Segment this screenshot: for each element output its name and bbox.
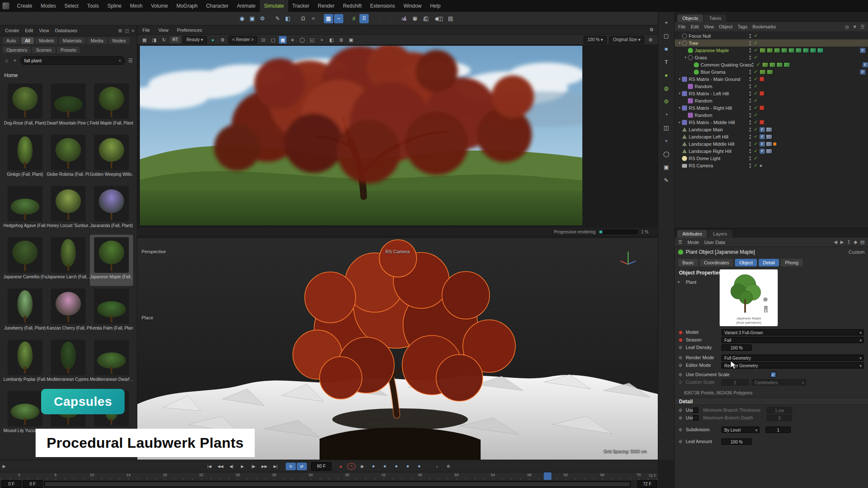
attr-tab-coordinates[interactable]: Coordinates — [700, 259, 733, 266]
filter-tab-auto[interactable]: Auto — [3, 37, 20, 44]
layout-quad-icon[interactable]: ⊞ — [410, 14, 420, 23]
viewport-menu-preferences[interactable]: Preferences — [177, 28, 202, 33]
redshift-object-tag-icon[interactable] — [760, 120, 764, 125]
menu-simulate[interactable]: Simulate — [260, 0, 288, 12]
ab-compare-icon[interactable]: ◧ — [328, 36, 335, 44]
rt-button[interactable]: RT — [170, 36, 181, 43]
browser-menu-edit[interactable]: Edit — [22, 26, 36, 35]
asset-dog-rose-fall-plan[interactable]: Dog-Rose (Fall, Plant) — [3, 81, 47, 132]
asset-globe-robinia-fall[interactable]: Globe Robinia (Fall, Pl... — [47, 132, 90, 183]
material-tag-icon[interactable] — [776, 62, 783, 67]
visibility-dots[interactable] — [749, 128, 751, 132]
menu-select[interactable]: Select — [60, 0, 83, 12]
menu-character[interactable]: Character — [202, 0, 233, 12]
panel-view-icon[interactable]: ◫ — [125, 28, 129, 33]
enabled-check-icon[interactable]: ✓ — [753, 119, 758, 125]
display-tag-icon[interactable] — [773, 142, 776, 146]
visibility-dots[interactable] — [749, 77, 751, 81]
tab-takes[interactable]: Takes — [704, 14, 726, 22]
material-tag-icon[interactable] — [766, 134, 772, 139]
ipr-settings-icon[interactable]: ⚙ — [219, 36, 226, 44]
render-picture-viewer-icon[interactable]: ▣ — [248, 14, 257, 23]
leaf-density-field[interactable]: 100 % — [721, 344, 752, 351]
material-tag-icon[interactable] — [766, 141, 772, 147]
asset-ginkgo-fall-plant[interactable]: Ginkgo (Fall, Plant) — [3, 132, 47, 183]
material-tag-icon[interactable] — [810, 48, 816, 53]
filter-tab-media[interactable]: Media — [87, 37, 107, 44]
key-parameter-icon[interactable]: ◆ — [403, 463, 413, 470]
visibility-dots[interactable] — [749, 34, 751, 38]
om-menu-object[interactable]: Object — [719, 24, 732, 29]
perspective-viewport[interactable]: Perspective RS Camera Place Grid Spacing… — [137, 238, 658, 460]
enabled-check-icon[interactable]: ✓ — [753, 47, 758, 53]
camera-target-icon[interactable]: + — [760, 163, 762, 168]
phong-tag-icon[interactable]: F — [862, 62, 868, 67]
asset-dwarf-mountain-pine[interactable]: Dwarf Mountain Pine (... — [47, 81, 90, 132]
goto-end-icon[interactable]: ▶| — [270, 463, 281, 470]
attr-tab-phong[interactable]: Phong — [781, 259, 803, 266]
grid-toggle-icon[interactable]: ▦ — [279, 36, 287, 44]
material-tag-icon[interactable] — [767, 69, 773, 75]
navigate-icon[interactable]: + — [661, 18, 672, 28]
range-start2-field[interactable]: 0 F — [23, 480, 42, 488]
primitive-cube-icon[interactable]: ◧ — [283, 14, 292, 23]
object-row-japanese-maple[interactable]: Japanese Maple✓F — [675, 47, 868, 54]
object-row-random[interactable]: Random✓ — [675, 83, 868, 90]
asset-japanese-larch-fall[interactable]: Japanese Larch (Fall, ... — [47, 235, 90, 286]
om-menu-tags[interactable]: Tags — [737, 24, 747, 29]
custom-scale-unit-dropdown[interactable]: Centimeters▾ — [752, 379, 806, 385]
object-row-tree[interactable]: ▾Tree✓ — [675, 39, 868, 47]
object-row-focus-null[interactable]: Focus Null✓ — [675, 32, 868, 39]
material-tag-icon[interactable] — [784, 62, 790, 67]
panel-menu-icon[interactable]: ☰ — [860, 24, 865, 30]
menu-animate[interactable]: Animate — [233, 0, 260, 12]
visibility-dots[interactable] — [749, 142, 751, 146]
enabled-check-icon[interactable]: ✓ — [753, 33, 758, 39]
ipr-dot-icon[interactable]: ● — [209, 36, 217, 44]
filter-tab-operators[interactable]: Operators — [3, 47, 31, 53]
circle-mask-icon[interactable]: ◯ — [298, 36, 306, 44]
compare-icon[interactable]: ◨ — [150, 36, 158, 44]
flake-icon[interactable]: ∗ — [289, 36, 296, 44]
search-input[interactable]: fall plant × — [20, 56, 125, 65]
subdivision-field[interactable]: 1 — [765, 427, 791, 433]
home-icon[interactable]: ⌂ — [3, 58, 9, 64]
material-tag-icon[interactable] — [803, 48, 809, 53]
menu-tools[interactable]: Tools — [83, 0, 103, 12]
object-row-landscape-main[interactable]: Landscape Main✓F — [675, 126, 868, 133]
viewport-view-label[interactable]: Perspective — [142, 249, 166, 254]
search-options-icon[interactable]: ☰ — [128, 58, 134, 64]
next-key-icon[interactable]: ▶▶ — [259, 463, 270, 470]
object-row-landscape-left-hill[interactable]: Landscape Left Hill✓F — [675, 133, 868, 140]
filter-tab-all[interactable]: All — [21, 37, 34, 44]
timeline-play-icon[interactable]: ▶ — [3, 464, 6, 469]
simulate-cloth-icon[interactable]: ▦ — [324, 14, 333, 23]
visibility-dots[interactable] — [749, 149, 751, 153]
material-tag-icon[interactable] — [774, 48, 780, 53]
visibility-dots[interactable] — [749, 164, 751, 168]
field-icon[interactable]: ≈ — [309, 14, 318, 23]
expand-arrow-icon[interactable]: ▾ — [677, 41, 682, 45]
object-row-landscape-right-hill[interactable]: Landscape Right Hill✓F — [675, 147, 868, 155]
expand-arrow-icon[interactable]: ▾ — [677, 106, 682, 110]
enabled-check-icon[interactable]: ✓ — [753, 98, 758, 103]
use-document-scale-checkbox[interactable]: ✓ — [771, 372, 776, 377]
goto-start-icon[interactable]: |◀ — [204, 463, 214, 470]
texture-mode-icon[interactable]: ◍ — [661, 83, 672, 94]
back-icon[interactable]: ◀ — [834, 239, 837, 245]
browser-menu-create[interactable]: Create — [3, 26, 22, 35]
redshift-object-tag-icon[interactable] — [760, 77, 764, 81]
modeling-pen-icon[interactable]: ✎ — [273, 14, 282, 23]
text-tool-icon[interactable]: T — [661, 57, 672, 67]
enabled-check-icon[interactable]: ✓ — [753, 112, 758, 118]
enabled-check-icon[interactable]: ✓ — [753, 55, 758, 60]
om-menu-view[interactable]: View — [704, 24, 714, 29]
season-dropdown[interactable]: Fall▾ — [721, 337, 864, 343]
material-tag-icon[interactable] — [788, 48, 795, 53]
expand-icon[interactable]: ◱ — [308, 36, 316, 44]
current-frame-marker[interactable] — [544, 472, 551, 480]
menu-redshift[interactable]: Redshift — [339, 0, 366, 12]
object-row-rs-matrix-main-ground[interactable]: ▾RS Matrix - Main Ground✓ — [675, 75, 868, 83]
menu-modes[interactable]: Modes — [36, 0, 60, 12]
render-pass-dropdown[interactable]: Beauty ▾ — [183, 36, 207, 44]
